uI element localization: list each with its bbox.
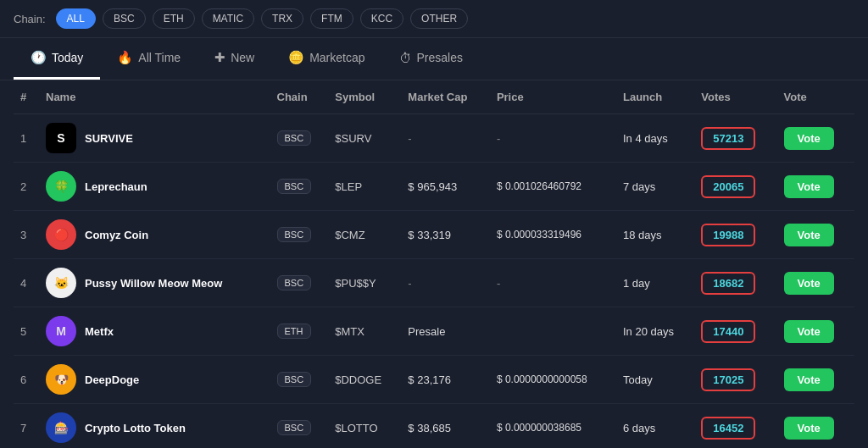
vote-button[interactable]: Vote <box>784 272 834 295</box>
vote-button[interactable]: Vote <box>784 127 834 150</box>
launch-cell: 1 day <box>616 259 694 307</box>
launch-cell: 18 days <box>616 211 694 259</box>
tab-bar: 🕐Today🔥All Time✚New🪙Marketcap⏱Presales <box>0 38 868 80</box>
table-body: 1SSURVIVEBSC$SURV--In 4 days57213Vote2🍀L… <box>14 114 854 449</box>
vote-td: Vote <box>777 211 854 259</box>
coins-table: #NameChainSymbolMarket CapPriceLaunchVot… <box>14 80 854 448</box>
coin-logo: 🍀 <box>46 171 76 202</box>
votes-cell: 57213 <box>694 114 776 163</box>
launch-cell: Today <box>616 356 694 404</box>
chain-btn-other[interactable]: OTHER <box>410 8 468 29</box>
chain-btn-kcc[interactable]: KCC <box>360 8 403 29</box>
col-header-vote: Vote <box>777 80 854 114</box>
table-row: 1SSURVIVEBSC$SURV--In 4 days57213Vote <box>14 114 854 163</box>
chain-btn-ftm[interactable]: FTM <box>310 8 353 29</box>
coin-name: Pussy Willow Meow Meow <box>85 277 222 290</box>
table-row: 6🐶DeepDogeBSC$DDOGE$ 23,176$ 0.000000000… <box>14 356 854 404</box>
coin-name: DeepDoge <box>85 373 139 386</box>
chain-btn-trx[interactable]: TRX <box>261 8 303 29</box>
table-row: 7🎰Crypto Lotto TokenBSC$LOTTO$ 38,685$ 0… <box>14 404 854 449</box>
vote-td: Vote <box>777 356 854 404</box>
table-container: #NameChainSymbolMarket CapPriceLaunchVot… <box>0 80 868 448</box>
votes-cell: 19988 <box>694 211 776 259</box>
tab-new[interactable]: ✚New <box>198 38 271 80</box>
coin-name: Metfx <box>85 325 114 338</box>
chain-btn-eth[interactable]: ETH <box>153 8 195 29</box>
chain-btn-all[interactable]: ALL <box>56 8 96 29</box>
table-row: 4🐱Pussy Willow Meow MeowBSC$PU$$Y--1 day… <box>14 259 854 307</box>
rank-cell: 1 <box>14 114 39 163</box>
name-cell: 🐱Pussy Willow Meow Meow <box>39 259 270 307</box>
chain-badge: BSC <box>277 420 312 435</box>
tab-alltime[interactable]: 🔥All Time <box>100 38 198 80</box>
launch-cell: 7 days <box>616 163 694 211</box>
chain-badge: BSC <box>277 227 312 242</box>
price-cell: $ 0.0000000000058 <box>490 356 616 404</box>
vote-td: Vote <box>777 307 854 356</box>
coin-logo: 🐶 <box>46 364 76 395</box>
votes-badge: 20065 <box>701 175 755 198</box>
rank-cell: 7 <box>14 404 39 449</box>
symbol-cell: $LOTTO <box>328 404 401 449</box>
vote-button[interactable]: Vote <box>784 368 834 391</box>
table-row: 5MMetfxETH$MTXPresaleIn 20 days17440Vote <box>14 307 854 356</box>
rank-cell: 4 <box>14 259 39 307</box>
votes-cell: 17440 <box>694 307 776 356</box>
votes-badge: 16452 <box>701 417 755 440</box>
chain-badge: ETH <box>277 324 311 339</box>
coin-name: SURVIVE <box>85 132 133 145</box>
launch-cell: 6 days <box>616 404 694 449</box>
col-header-market-cap: Market Cap <box>401 80 490 114</box>
tab-label-marketcap: Marketcap <box>309 51 364 64</box>
price-cell <box>490 307 616 356</box>
name-cell: 🐶DeepDoge <box>39 356 270 404</box>
price-cell: - <box>490 114 616 163</box>
rank-cell: 6 <box>14 356 39 404</box>
chain-btn-bsc[interactable]: BSC <box>103 8 146 29</box>
col-header-votes: Votes <box>694 80 776 114</box>
col-header-#: # <box>14 80 39 114</box>
votes-badge: 57213 <box>701 127 755 150</box>
market-cap-cell: $ 965,943 <box>401 163 490 211</box>
vote-button[interactable]: Vote <box>784 417 834 440</box>
tab-label-new: New <box>231 51 254 64</box>
tab-label-alltime: All Time <box>138 51 181 64</box>
tab-icon-alltime: 🔥 <box>117 50 133 65</box>
chain-cell: BSC <box>270 356 329 404</box>
name-cell: 🎰Crypto Lotto Token <box>39 404 270 449</box>
table-row: 3🔴Comyz CoinBSC$CMZ$ 33,319$ 0.000033319… <box>14 211 854 259</box>
tab-marketcap[interactable]: 🪙Marketcap <box>271 38 381 80</box>
votes-cell: 20065 <box>694 163 776 211</box>
launch-cell: In 4 days <box>616 114 694 163</box>
vote-button[interactable]: Vote <box>784 175 834 198</box>
col-header-name: Name <box>39 80 270 114</box>
chain-btn-matic[interactable]: MATIC <box>202 8 254 29</box>
symbol-cell: $DDOGE <box>328 356 401 404</box>
vote-button[interactable]: Vote <box>784 224 834 246</box>
tab-label-today: Today <box>52 51 83 64</box>
coin-logo: M <box>46 316 76 346</box>
vote-td: Vote <box>777 259 854 307</box>
vote-td: Vote <box>777 163 854 211</box>
price-cell: $ 0.000000038685 <box>490 404 616 449</box>
market-cap-cell: $ 23,176 <box>401 356 490 404</box>
coin-logo: S <box>46 123 76 153</box>
vote-td: Vote <box>777 114 854 163</box>
votes-cell: 17025 <box>694 356 776 404</box>
chain-buttons: ALLBSCETHMATICTRXFTMKCCOTHER <box>56 8 469 29</box>
votes-badge: 17440 <box>701 320 755 343</box>
chain-cell: BSC <box>270 114 329 163</box>
votes-cell: 16452 <box>694 404 776 449</box>
chain-cell: ETH <box>270 307 329 356</box>
votes-badge: 19988 <box>701 224 755 246</box>
tab-today[interactable]: 🕐Today <box>14 38 100 80</box>
name-cell: MMetfx <box>39 307 270 356</box>
symbol-cell: $CMZ <box>328 211 401 259</box>
tab-label-presales: Presales <box>417 51 463 64</box>
col-header-price: Price <box>490 80 616 114</box>
name-cell: SSURVIVE <box>39 114 270 163</box>
tab-presales[interactable]: ⏱Presales <box>382 38 480 80</box>
vote-button[interactable]: Vote <box>784 320 834 343</box>
tab-icon-new: ✚ <box>214 50 225 65</box>
market-cap-cell: $ 33,319 <box>401 211 490 259</box>
